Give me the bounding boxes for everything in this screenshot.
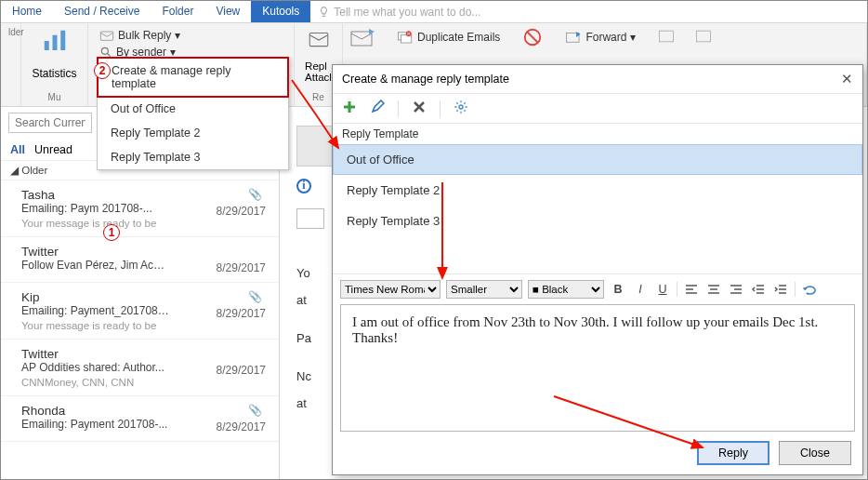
forward-button[interactable]: Forward ▾ — [561, 27, 639, 47]
add-icon[interactable] — [342, 100, 357, 117]
message-list: Tasha Emailing: Paym 201708-... 8/29/201… — [1, 180, 279, 442]
italic-icon[interactable]: I — [632, 281, 649, 298]
list-item[interactable]: Rhonda Emailing: Payment 201708-... 8/29… — [1, 396, 279, 442]
tab-folder[interactable]: Folder — [151, 1, 204, 22]
reply-attach-icon[interactable] — [306, 27, 332, 51]
template-item-3[interactable]: Reply Template 3 — [333, 206, 862, 236]
svg-rect-13 — [697, 31, 711, 42]
info-icon: i — [296, 179, 311, 193]
close-button[interactable]: Close — [779, 441, 851, 465]
statistics-icon[interactable] — [41, 27, 69, 55]
dialog-close-icon[interactable]: ✕ — [841, 71, 853, 87]
bulk-reply-button[interactable]: Bulk Reply ▾ — [96, 27, 286, 44]
editor-body[interactable]: I am out of office from Nov 23th to Nov … — [340, 304, 855, 432]
list-item[interactable]: Twitter AP Oddities shared: Author... 8/… — [1, 340, 279, 396]
ribbon-tabs: Home Send / Receive Folder View Kutools … — [1, 1, 867, 23]
align-right-icon[interactable] — [728, 281, 744, 298]
menu-reply-template-3[interactable]: Reply Template 3 — [98, 145, 288, 169]
svg-rect-0 — [44, 41, 48, 50]
svg-rect-8 — [401, 35, 412, 43]
filter-all[interactable]: All — [10, 143, 25, 156]
menu-reply-template-2[interactable]: Reply Template 2 — [98, 121, 288, 145]
list-item[interactable]: Tasha Emailing: Paym 201708-... 8/29/201… — [1, 180, 279, 237]
annotation-2: 2 — [94, 62, 111, 79]
svg-rect-12 — [660, 31, 674, 42]
group-re-label: Re — [312, 92, 324, 102]
font-family-select[interactable]: Times New Roman — [340, 280, 441, 299]
duplicate-icon — [397, 30, 414, 45]
dialog-title: Create & manage reply template — [342, 73, 509, 86]
ribbon-icon-1[interactable] — [656, 27, 677, 46]
svg-point-14 — [459, 105, 463, 109]
bulk-reply-icon — [99, 29, 114, 42]
template-list: Out of Office Reply Template 2 Reply Tem… — [333, 144, 862, 236]
list-item[interactable]: Twitter Follow Evan Pérez, Jim Acos... 8… — [1, 237, 279, 283]
annotation-1: 1 — [103, 224, 120, 241]
template-list-label: Reply Template — [333, 124, 862, 144]
filter-unread[interactable]: Unread — [34, 143, 72, 156]
chevron-down-icon: ▾ — [175, 29, 180, 42]
block-icon[interactable] — [520, 27, 545, 47]
bulk-reply-menu: Create & manage reply template Out of Of… — [97, 57, 289, 170]
tab-home[interactable]: Home — [1, 1, 53, 22]
svg-rect-1 — [52, 35, 57, 50]
reply-button[interactable]: Reply — [697, 441, 769, 465]
template-dialog: Create & manage reply template ✕ Reply T… — [332, 64, 863, 475]
paperclip-icon: 📎 — [248, 188, 262, 201]
statistics-label: Statistics — [32, 67, 76, 80]
align-left-icon[interactable] — [683, 281, 700, 298]
editor-toolbar: Times New Roman Smaller ■ Black B I U — [333, 273, 862, 304]
svg-rect-2 — [60, 31, 65, 50]
font-size-select[interactable]: Smaller — [446, 280, 522, 299]
paperclip-icon: 📎 — [248, 290, 262, 303]
svg-rect-3 — [100, 32, 112, 40]
menu-out-of-office[interactable]: Out of Office — [98, 97, 288, 121]
menu-create-template[interactable]: Create & manage reply template — [97, 57, 289, 98]
group-mu-label: Mu — [48, 92, 61, 102]
envelope-arrow-icon[interactable] — [350, 27, 376, 47]
outdent-icon[interactable] — [750, 281, 767, 298]
tab-view[interactable]: View — [204, 1, 251, 22]
forward-icon — [565, 30, 582, 45]
duplicate-emails-button[interactable]: Duplicate Emails — [393, 27, 504, 47]
align-center-icon[interactable] — [705, 281, 722, 298]
chevron-down-icon: ▾ — [630, 31, 636, 44]
tab-send-receive[interactable]: Send / Receive — [53, 1, 151, 22]
undo-icon[interactable] — [801, 281, 818, 298]
template-item-out-of-office[interactable]: Out of Office — [333, 144, 862, 175]
edit-icon[interactable] — [370, 100, 385, 117]
template-item-2[interactable]: Reply Template 2 — [333, 175, 862, 206]
delete-icon[interactable] — [412, 100, 427, 117]
underline-icon[interactable]: U — [654, 281, 671, 298]
lightbulb-icon — [318, 6, 330, 18]
ribbon-icon-2[interactable] — [693, 27, 714, 46]
tab-kutools[interactable]: Kutools — [251, 1, 310, 22]
svg-point-4 — [101, 47, 108, 54]
paperclip-icon: 📎 — [248, 404, 262, 417]
font-color-select[interactable]: ■ Black — [528, 280, 604, 299]
bold-icon[interactable]: B — [610, 281, 626, 298]
gear-icon[interactable] — [454, 100, 468, 117]
list-item[interactable]: Kip Emailing: Payment_201708-... 8/29/20… — [1, 283, 279, 340]
group-lder-label: lder — [8, 27, 13, 37]
tell-me[interactable]: Tell me what you want to do... — [310, 1, 488, 22]
search-input[interactable] — [8, 113, 92, 133]
indent-icon[interactable] — [772, 281, 789, 298]
